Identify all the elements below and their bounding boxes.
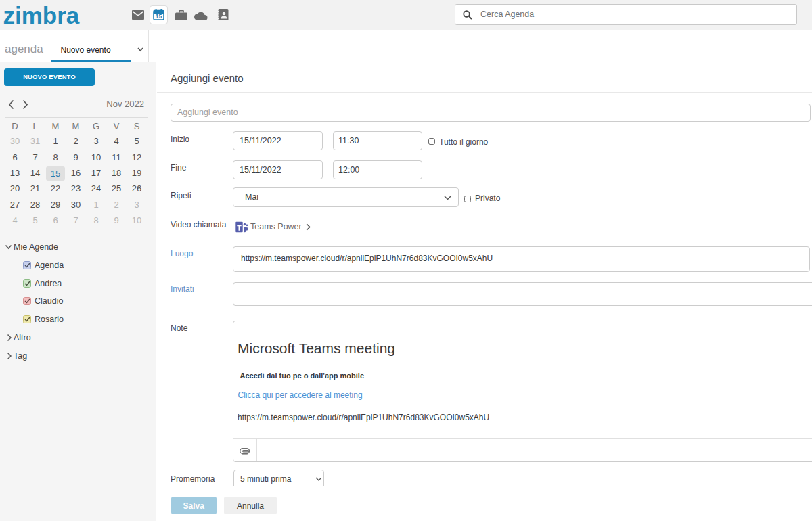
svg-text:15: 15 xyxy=(156,13,162,20)
